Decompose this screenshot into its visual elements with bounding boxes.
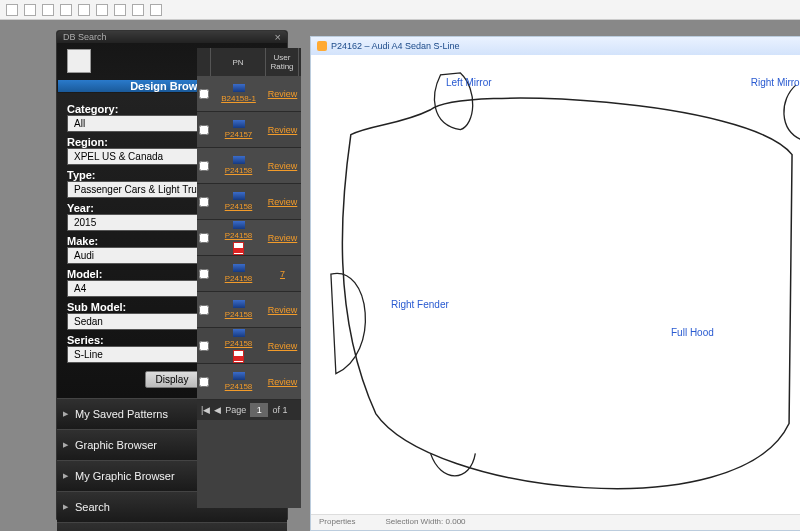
row-checkbox[interactable] bbox=[199, 89, 209, 99]
pattern-canvas-window: P24162 – Audi A4 Sedan S-Line Left Mirro… bbox=[310, 36, 800, 531]
pdf-icon[interactable] bbox=[233, 350, 244, 363]
pn-link[interactable]: B24158-1 bbox=[221, 94, 256, 103]
row-checkbox[interactable] bbox=[199, 305, 209, 315]
pn-link[interactable]: P24158 bbox=[225, 339, 253, 348]
toolbar-icon[interactable] bbox=[6, 4, 18, 16]
label-full-hood: Full Hood bbox=[671, 327, 714, 338]
row-checkbox[interactable] bbox=[199, 269, 209, 279]
review-link[interactable]: Review bbox=[268, 125, 298, 135]
toolbar-icon[interactable] bbox=[114, 4, 126, 16]
row-checkbox[interactable] bbox=[199, 125, 209, 135]
table-row[interactable]: B24158-1Review bbox=[197, 76, 301, 112]
review-link[interactable]: Review bbox=[268, 377, 298, 387]
parts-grid: PN User Rating B24158-1ReviewP24157Revie… bbox=[197, 48, 301, 508]
pn-cell: P24158 bbox=[211, 364, 266, 399]
grid-header-checkbox bbox=[197, 48, 211, 76]
pn-cell: P24158 bbox=[211, 328, 266, 363]
status-properties-label: Properties bbox=[319, 517, 355, 528]
table-row[interactable]: P24158Review bbox=[197, 364, 301, 400]
pdf-icon[interactable] bbox=[233, 242, 244, 255]
toolbar-icon[interactable] bbox=[132, 4, 144, 16]
pn-link[interactable]: P24158 bbox=[225, 382, 253, 391]
pn-link[interactable]: P24158 bbox=[225, 274, 253, 283]
review-link[interactable]: Review bbox=[268, 233, 298, 243]
pn-cell: P24157 bbox=[211, 112, 266, 147]
part-icon bbox=[233, 329, 245, 337]
toolbar-icon[interactable] bbox=[42, 4, 54, 16]
part-icon bbox=[233, 192, 245, 200]
row-checkbox[interactable] bbox=[199, 197, 209, 207]
pager-page-input[interactable] bbox=[250, 403, 268, 417]
table-row[interactable]: P24158Review bbox=[197, 184, 301, 220]
toolbar-icon[interactable] bbox=[78, 4, 90, 16]
table-row[interactable]: P24158Review bbox=[197, 220, 301, 256]
table-row[interactable]: P24157Review bbox=[197, 112, 301, 148]
pn-cell: P24158 bbox=[211, 148, 266, 183]
pager-first-icon[interactable]: |◀ bbox=[201, 405, 210, 415]
accordion-item-special-plots[interactable]: Special Plots bbox=[57, 522, 287, 531]
canvas-icon bbox=[317, 41, 327, 51]
row-checkbox[interactable] bbox=[199, 341, 209, 351]
pn-cell: P24158 bbox=[211, 256, 266, 291]
grid-header-rating[interactable]: User Rating bbox=[266, 48, 299, 76]
canvas-titlebar: P24162 – Audi A4 Sedan S-Line bbox=[311, 37, 800, 55]
app-toolbar bbox=[0, 0, 800, 20]
display-button[interactable]: Display bbox=[145, 371, 200, 388]
part-icon bbox=[233, 84, 245, 92]
grid-header-pn[interactable]: PN bbox=[211, 48, 266, 76]
pn-link[interactable]: P24158 bbox=[225, 310, 253, 319]
review-link[interactable]: Review bbox=[268, 89, 298, 99]
panel-titlebar: DB Search × bbox=[57, 31, 287, 43]
part-icon bbox=[233, 120, 245, 128]
part-icon bbox=[233, 372, 245, 380]
review-link[interactable]: 7 bbox=[280, 269, 285, 279]
pn-cell: P24158 bbox=[211, 220, 266, 255]
toolbar-icon[interactable] bbox=[96, 4, 108, 16]
row-checkbox[interactable] bbox=[199, 233, 209, 243]
toolbar-icon[interactable] bbox=[150, 4, 162, 16]
pn-cell: B24158-1 bbox=[211, 76, 266, 111]
review-link[interactable]: Review bbox=[268, 161, 298, 171]
pn-cell: P24158 bbox=[211, 184, 266, 219]
part-icon bbox=[233, 264, 245, 272]
row-checkbox[interactable] bbox=[199, 377, 209, 387]
grid-header: PN User Rating bbox=[197, 48, 301, 76]
pn-cell: P24158 bbox=[211, 292, 266, 327]
pn-link[interactable]: P24158 bbox=[225, 166, 253, 175]
pn-link[interactable]: P24158 bbox=[225, 202, 253, 211]
canvas-statusbar: Properties Selection Width: 0.000 bbox=[311, 514, 800, 530]
row-checkbox[interactable] bbox=[199, 161, 209, 171]
pager-page-label: Page bbox=[225, 405, 246, 415]
canvas-title: P24162 – Audi A4 Sedan S-Line bbox=[331, 41, 460, 51]
part-icon bbox=[233, 221, 245, 229]
table-row[interactable]: P24158Review bbox=[197, 328, 301, 364]
table-row[interactable]: P24158Review bbox=[197, 148, 301, 184]
home-icon[interactable] bbox=[67, 49, 91, 73]
label-right-fender: Right Fender bbox=[391, 299, 449, 310]
label-left-mirror: Left Mirror bbox=[446, 77, 492, 88]
table-row[interactable]: P241587 bbox=[197, 256, 301, 292]
toolbar-icon[interactable] bbox=[60, 4, 72, 16]
review-link[interactable]: Review bbox=[268, 197, 298, 207]
pn-link[interactable]: P24158 bbox=[225, 231, 253, 240]
grid-footer: |◀ ◀ Page of 1 bbox=[197, 400, 301, 420]
panel-titlebar-label: DB Search bbox=[63, 32, 107, 42]
close-icon[interactable]: × bbox=[275, 31, 281, 43]
pager-prev-icon[interactable]: ◀ bbox=[214, 405, 221, 415]
review-link[interactable]: Review bbox=[268, 341, 298, 351]
pn-link[interactable]: P24157 bbox=[225, 130, 253, 139]
grid-body: B24158-1ReviewP24157ReviewP24158ReviewP2… bbox=[197, 76, 301, 400]
status-selection-label: Selection Width: 0.000 bbox=[385, 517, 465, 528]
part-icon bbox=[233, 300, 245, 308]
pattern-canvas[interactable] bbox=[311, 55, 800, 513]
part-icon bbox=[233, 156, 245, 164]
table-row[interactable]: P24158Review bbox=[197, 292, 301, 328]
toolbar-icon[interactable] bbox=[24, 4, 36, 16]
review-link[interactable]: Review bbox=[268, 305, 298, 315]
label-right-mirror: Right Mirror bbox=[751, 77, 800, 88]
pager-of-label: of 1 bbox=[272, 405, 287, 415]
